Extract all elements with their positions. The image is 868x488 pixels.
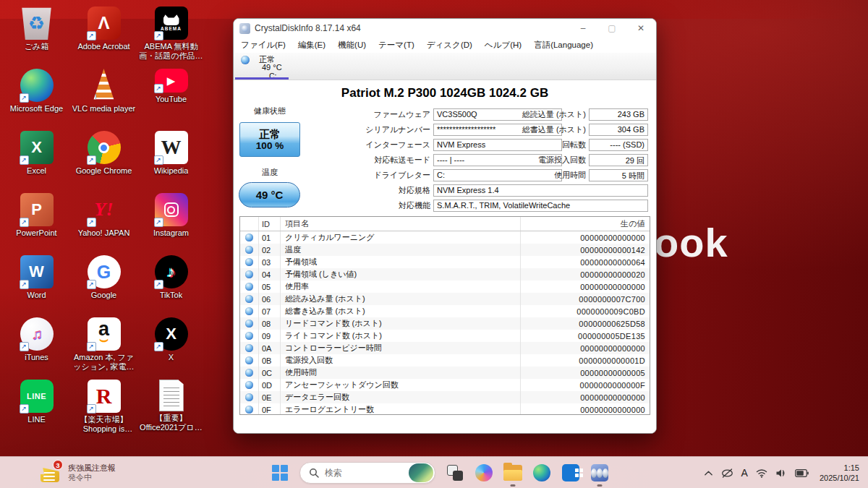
search-input[interactable] [325, 468, 409, 478]
field-value[interactable]: 243 GB [589, 108, 648, 121]
smart-row[interactable]: 0E データエラー回数 00000000000000 [240, 391, 650, 403]
taskbar-app-icon [591, 464, 608, 481]
smart-header-raw[interactable]: 生の値 [521, 217, 650, 231]
field-value[interactable]: 304 GB [589, 124, 648, 136]
desktop-icon-art: ABEMA ↗ [155, 7, 188, 40]
taskbar-app[interactable] [446, 463, 464, 482]
desktop-icon[interactable]: G ↗ Google [70, 252, 137, 314]
smart-row[interactable]: 06 総読み込み量 (ホスト) 0000000007C700 [240, 293, 650, 305]
field-label: ファームウェア [326, 109, 433, 120]
desktop-icon[interactable]: W ↗ Wikipedia [137, 127, 205, 189]
field-value[interactable]: ---- (SSD) [589, 139, 648, 151]
desktop-icon[interactable]: P ↗ PowerPoint [3, 189, 70, 252]
close-button[interactable]: ✕ [636, 23, 646, 33]
desktop-icon[interactable]: ↗ VLC media player [70, 65, 137, 127]
field-value[interactable]: 29 回 [589, 154, 648, 166]
desktop-icon[interactable]: R ↗ 【楽天市場】Shopping is Ente… [70, 376, 137, 438]
weather-widget[interactable]: 3 疾強風注意報 発令中 [41, 461, 116, 485]
field-label: 対応規格 [326, 185, 433, 196]
menu-item[interactable]: ディスク(D) [427, 40, 472, 51]
menu-item[interactable]: 編集(E) [298, 40, 326, 51]
clock-date: 2025/10/21 [820, 473, 859, 483]
desktop-icon[interactable]: ABEMA ↗ ABEMA 無料動画・話題の作品が楽… [137, 3, 205, 65]
field-label: 使用時間 [488, 170, 589, 181]
taskbar-app-icon [533, 464, 550, 481]
taskbar-app[interactable] [532, 463, 551, 482]
taskbar-app-icon [562, 464, 579, 481]
desktop-icon[interactable]: ♻ ごみ箱 [3, 3, 70, 65]
maximize-button[interactable]: ▢ [607, 23, 617, 33]
desktop-icon[interactable]: 【重要】Office2021プロダクトキー [137, 376, 205, 438]
menu-item[interactable]: テーマ(T) [378, 40, 414, 51]
smart-row[interactable]: 09 ライトコマンド数 (ホスト) 000000005DE135 [240, 330, 650, 342]
smart-name: クリティカルワーニング [281, 231, 521, 244]
smart-id: 0C [259, 367, 281, 379]
desktop-icon[interactable]: a ⌣ ↗ Amazon 本, ファッション, 家電から食… [70, 314, 137, 376]
shortcut-arrow-icon: ↗ [154, 218, 163, 227]
menu-item[interactable]: ファイル(F) [241, 40, 286, 51]
desktop-icon[interactable]: ↗ Instagram [137, 189, 205, 252]
desktop-icon[interactable]: LINE ↗ LINE [3, 376, 70, 438]
smart-row[interactable]: 0C 使用時間 00000000000005 [240, 367, 650, 379]
smart-header-id[interactable]: ID [259, 217, 281, 231]
smart-row[interactable]: 0B 電源投入回数 0000000000001D [240, 354, 650, 367]
taskbar-app[interactable] [503, 463, 522, 482]
minimize-button[interactable]: – [578, 23, 588, 33]
desktop-icon[interactable]: ♪ ↗ TikTok [137, 252, 205, 314]
shortcut-arrow-icon: ↗ [87, 280, 96, 289]
shortcut-arrow-icon: ↗ [154, 31, 163, 40]
desktop-icon[interactable]: Y! ↗ Yahoo! JAPAN [70, 189, 137, 252]
shortcut-arrow-icon: ↗ [87, 342, 96, 351]
smart-row[interactable]: 0A コントローラービジー時間 00000000000000 [240, 342, 650, 354]
desktop-icon[interactable]: ♫ ↗ iTunes [3, 314, 70, 376]
smart-id: 02 [259, 244, 281, 256]
smart-row[interactable]: 0F エラーログエントリー数 00000000000000 [240, 403, 650, 415]
attribute-status-orb-icon [245, 356, 253, 364]
taskbar-app[interactable] [475, 463, 493, 482]
smart-row[interactable]: 08 リードコマンド数 (ホスト) 00000000625D58 [240, 317, 650, 330]
tray-chevron-up-icon[interactable] [704, 470, 713, 476]
smart-row[interactable]: 07 総書き込み量 (ホスト) 0000000009C0BD [240, 305, 650, 317]
smart-row[interactable]: 03 予備領域 00000000000064 [240, 256, 650, 268]
smart-id: 03 [259, 256, 281, 268]
health-status-button[interactable]: 正常 100 % [239, 122, 300, 157]
smart-row[interactable]: 0D アンセーフシャットダウン回数 0000000000000F [240, 379, 650, 391]
taskbar-app[interactable] [590, 463, 609, 482]
drive-tab[interactable]: 正常 49 °C C: [238, 53, 300, 80]
wifi-icon[interactable] [756, 468, 767, 478]
temperature-button[interactable]: 49 °C [239, 182, 300, 207]
desktop-icon-label: YouTube [156, 95, 187, 104]
menu-item[interactable]: ヘルプ(H) [485, 40, 522, 51]
field-value[interactable]: NVM Express 1.4 [433, 184, 648, 197]
title-bar[interactable]: CrystalDiskInfo 8.17.14 x64 – ▢ ✕ [234, 19, 656, 38]
menu-item[interactable]: 機能(U) [338, 40, 366, 51]
ime-mode-indicator[interactable]: A [741, 467, 748, 479]
shortcut-arrow-icon: ↗ [154, 342, 163, 351]
field-value[interactable]: 5 時間 [589, 169, 648, 181]
smart-header-name[interactable]: 項目名 [281, 217, 521, 231]
start-button[interactable] [271, 463, 289, 482]
tray-eye-slash-icon[interactable] [721, 468, 733, 478]
smart-raw-value: 0000000007C700 [521, 293, 650, 305]
volume-icon[interactable] [775, 468, 787, 478]
smart-id: 05 [259, 281, 281, 293]
search-box[interactable] [299, 462, 435, 484]
desktop-icon[interactable]: ↗ Google Chrome [70, 127, 137, 189]
desktop-icon[interactable]: X ↗ Excel [3, 127, 70, 189]
taskbar-app[interactable] [561, 463, 580, 482]
menu-item[interactable]: 言語(Language) [534, 40, 593, 51]
battery-icon[interactable] [795, 469, 809, 477]
desktop-icon[interactable]: W ↗ Word [3, 252, 70, 314]
clock[interactable]: 1:15 2025/10/21 [820, 463, 859, 483]
desktop-icon[interactable]: ↗ Microsoft Edge [3, 65, 70, 127]
desktop-icon[interactable]: Λ ↗ Adobe Acrobat [70, 3, 137, 65]
desktop-icon[interactable]: ▶ ↗ YouTube [137, 65, 205, 127]
smart-row[interactable]: 05 使用率 00000000000000 [240, 281, 650, 293]
desktop-icon[interactable]: X ↗ X [137, 314, 205, 376]
smart-row[interactable]: 04 予備領域 (しきい値) 00000000000020 [240, 268, 650, 281]
smart-id: 01 [259, 231, 281, 244]
search-highlight-image[interactable] [409, 463, 433, 482]
smart-row[interactable]: 02 温度 00000000000142 [240, 244, 650, 256]
smart-row[interactable]: 01 クリティカルワーニング 00000000000000 [240, 231, 650, 244]
field-value[interactable]: S.M.A.R.T., TRIM, VolatileWriteCache [433, 200, 648, 212]
